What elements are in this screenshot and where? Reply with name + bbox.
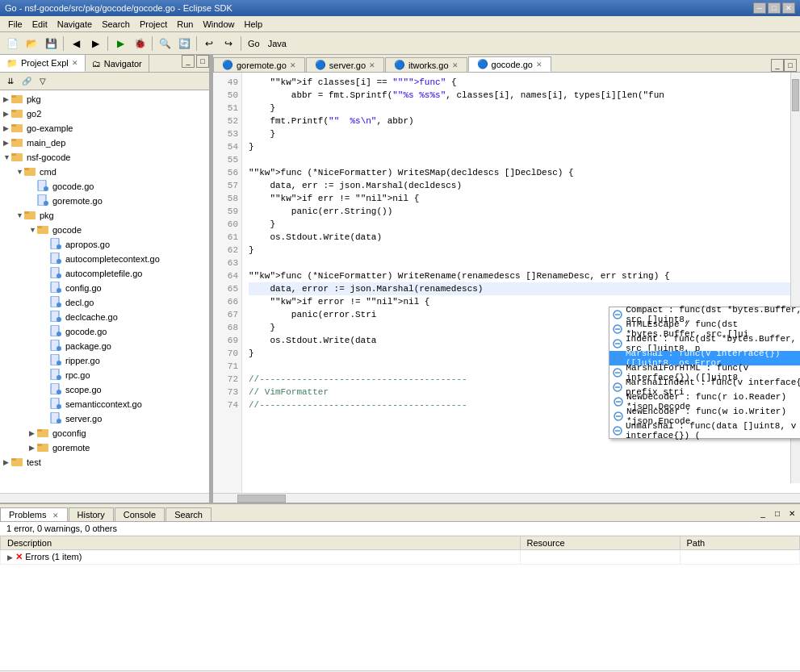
tree-item[interactable]: ▼nsf-gocode [0, 150, 209, 165]
code-line[interactable]: } [249, 127, 794, 140]
tree-item[interactable]: ▼pkg [0, 208, 209, 223]
tree-item[interactable]: ▼cmd [0, 165, 209, 179]
tree-item[interactable]: scope.go [0, 382, 209, 397]
tree-item[interactable]: ▶go-example [0, 121, 209, 136]
problems-close-icon[interactable]: ✕ [52, 511, 59, 520]
menu-help[interactable]: Help [240, 18, 268, 31]
tree-scroll-area[interactable]: ▶pkg▶go2▶go-example▶main_dep▼nsf-gocode▼… [0, 92, 209, 491]
code-line[interactable]: ""kw">if classes[i] == """">func" { [249, 76, 794, 89]
server-close[interactable]: ✕ [369, 61, 375, 69]
tab-goremote[interactable]: 🔵 goremote.go ✕ [213, 57, 305, 72]
left-panel-scrollbar[interactable] [0, 493, 209, 503]
code-line[interactable]: data, err := json.Marshal(decldescs) [249, 179, 794, 192]
expand-icon[interactable]: ▶ [7, 553, 13, 561]
toolbar-debug-button[interactable]: 🐞 [131, 35, 149, 52]
autocomplete-list[interactable]: Compact : func(dst *bytes.Buffer, src []… [609, 307, 800, 438]
code-line[interactable]: } [249, 102, 794, 115]
menu-search[interactable]: Search [97, 18, 135, 31]
tree-item[interactable]: ▶test [0, 455, 209, 470]
tree-item[interactable]: ▶go2 [0, 106, 209, 121]
tree-item[interactable]: config.go [0, 281, 209, 295]
toolbar-forward-button[interactable]: ▶ [86, 35, 104, 52]
bottom-maximize-btn[interactable]: □ [771, 507, 784, 520]
maximize-button[interactable]: □ [768, 2, 781, 14]
code-line[interactable]: data, error := json.Marshal(renamedescs) [249, 282, 794, 295]
menu-project[interactable]: Project [135, 18, 172, 31]
autocomplete-item[interactable]: Unmarshal : func(data []uint8, v interfa… [609, 424, 800, 438]
code-line[interactable]: os.Stdout.Write(data) [249, 231, 794, 244]
project-explorer-close[interactable]: ✕ [72, 59, 78, 67]
code-line[interactable]: } [249, 140, 794, 153]
toolbar-back-button[interactable]: ◀ [67, 35, 85, 52]
close-button[interactable]: ✕ [782, 2, 795, 14]
table-row[interactable]: ▶ ✕ Errors (1 item) [1, 550, 800, 565]
errors-cell[interactable]: ▶ ✕ Errors (1 item) [1, 550, 521, 565]
tree-item[interactable]: gocode.go [0, 179, 209, 194]
editor-vscroll-thumb[interactable] [792, 79, 799, 111]
tree-item[interactable]: server.go [0, 411, 209, 426]
panel-minimize-btn[interactable]: _ [182, 55, 195, 68]
tree-item[interactable]: semanticcontext.go [0, 397, 209, 411]
bottom-close-btn[interactable]: ✕ [785, 507, 798, 520]
tree-item[interactable]: ▶goconfig [0, 426, 209, 440]
tab-navigator[interactable]: 🗂 Navigator [86, 55, 149, 72]
col-description[interactable]: Description [1, 536, 521, 550]
toolbar-redo-button[interactable]: ↪ [220, 35, 237, 52]
toolbar-refresh-button[interactable]: 🔄 [175, 35, 193, 52]
toolbar-new-button[interactable]: 📄 [3, 35, 21, 52]
goremote-close[interactable]: ✕ [290, 61, 296, 69]
editor-hscrollbar[interactable] [213, 493, 800, 503]
code-line[interactable]: } [249, 244, 794, 257]
code-editor[interactable]: 4950515253545556575859606162636465666768… [213, 73, 800, 493]
editor-maximize-btn[interactable]: □ [784, 59, 797, 72]
tree-item[interactable]: package.go [0, 339, 209, 353]
tree-item[interactable]: apropos.go [0, 237, 209, 252]
menu-file[interactable]: File [3, 18, 27, 31]
tree-item[interactable]: rpc.go [0, 368, 209, 382]
tab-console[interactable]: Console [115, 507, 165, 521]
itworks-close[interactable]: ✕ [452, 61, 459, 69]
tab-problems[interactable]: Problems ✕ [0, 507, 68, 521]
col-path[interactable]: Path [680, 536, 800, 550]
tab-itworks[interactable]: 🔵 itworks.go ✕ [385, 57, 467, 72]
code-line[interactable]: fmt.Printf("" %s\n", abbr) [249, 115, 794, 127]
menu-navigate[interactable]: Navigate [52, 18, 97, 31]
tree-item[interactable]: autocompletefile.go [0, 266, 209, 281]
tab-server[interactable]: 🔵 server.go ✕ [306, 57, 384, 72]
toolbar-undo-button[interactable]: ↩ [200, 35, 218, 52]
code-line[interactable] [249, 153, 794, 166]
tree-item[interactable]: autocompletecontext.go [0, 252, 209, 266]
editor-hscroll-thumb[interactable] [237, 495, 286, 503]
link-editor-btn[interactable]: 🔗 [19, 74, 34, 89]
code-line[interactable]: } [249, 218, 794, 231]
panel-maximize-btn[interactable]: □ [196, 55, 209, 68]
tree-item[interactable]: ▶pkg [0, 92, 209, 106]
gocode-close[interactable]: ✕ [536, 61, 542, 69]
menu-window[interactable]: Window [198, 18, 239, 31]
tree-item[interactable]: ▶main_dep [0, 136, 209, 150]
menu-edit[interactable]: Edit [27, 18, 52, 31]
panel-menu-btn[interactable]: ▽ [36, 74, 50, 89]
tab-history[interactable]: History [69, 507, 114, 521]
editor-minimize-btn[interactable]: _ [771, 59, 784, 72]
autocomplete-popup[interactable]: Compact : func(dst *bytes.Buffer, src []… [609, 307, 800, 439]
tree-item[interactable]: ▼gocode [0, 223, 209, 237]
code-line[interactable]: abbr = fmt.Sprintf(""%s %s%s", classes[i… [249, 89, 794, 102]
code-line[interactable]: ""kw">func (*NiceFormatter) WriteRename(… [249, 269, 794, 282]
tree-item[interactable]: declcache.go [0, 310, 209, 324]
tab-gocode[interactable]: 🔵 gocode.go ✕ [468, 56, 551, 72]
collapse-all-btn[interactable]: ⇊ [3, 74, 18, 89]
toolbar-search-button[interactable]: 🔍 [156, 35, 174, 52]
toolbar-save-button[interactable]: 💾 [42, 35, 60, 52]
tree-item[interactable]: gocode.go [0, 324, 209, 339]
toolbar-open-button[interactable]: 📂 [23, 35, 40, 52]
project-tree[interactable]: ▶pkg▶go2▶go-example▶main_dep▼nsf-gocode▼… [0, 90, 209, 493]
tree-item[interactable]: decl.go [0, 295, 209, 310]
tree-item[interactable]: ripper.go [0, 353, 209, 368]
minimize-button[interactable]: ─ [753, 2, 766, 14]
tree-item[interactable]: goremote.go [0, 194, 209, 208]
toolbar-run-button[interactable]: ▶ [111, 35, 129, 52]
code-line[interactable]: ""kw">if err != ""nil">nil { [249, 192, 794, 205]
code-line[interactable]: panic(err.String()) [249, 205, 794, 218]
tab-search[interactable]: Search [165, 507, 212, 521]
